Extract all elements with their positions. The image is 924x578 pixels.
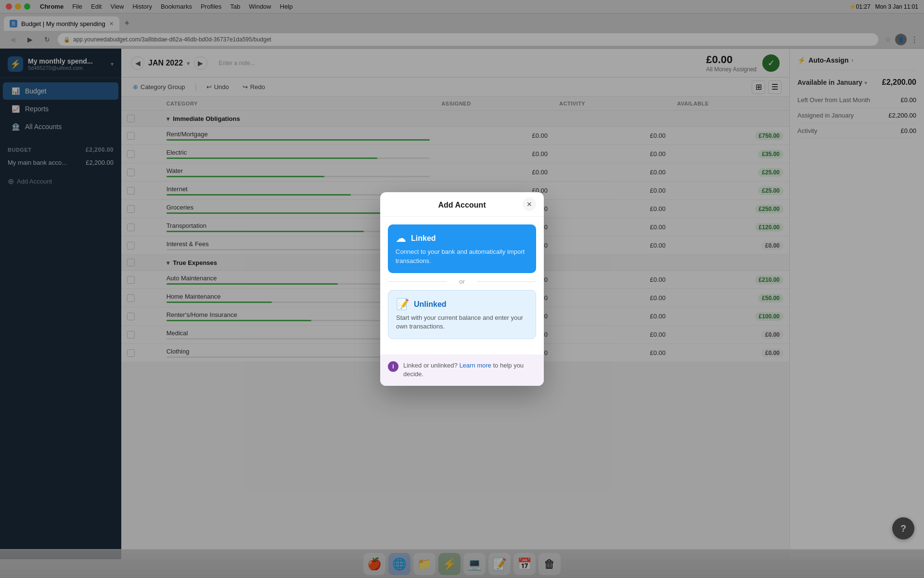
modal-footer-text: Linked or unlinked? Learn more to help y… bbox=[403, 361, 536, 379]
linked-account-option[interactable]: ☁ Linked Connect to your bank and automa… bbox=[388, 224, 536, 273]
unlinked-account-option[interactable]: 📝 Unlinked Start with your current balan… bbox=[388, 290, 536, 339]
info-icon: i bbox=[388, 361, 398, 372]
linked-option-desc: Connect to your bank and automatically i… bbox=[396, 248, 528, 265]
edit-document-icon: 📝 bbox=[396, 298, 409, 311]
linked-option-title: Linked bbox=[411, 234, 436, 243]
unlinked-option-desc: Start with your current balance and ente… bbox=[396, 314, 528, 331]
modal-footer: i Linked or unlinked? Learn more to help… bbox=[380, 355, 544, 385]
modal-or-divider: or bbox=[388, 278, 536, 285]
modal-title: Add Account bbox=[438, 201, 486, 210]
unlinked-option-title: Unlinked bbox=[414, 300, 447, 309]
footer-text-prefix: Linked or unlinked? bbox=[403, 362, 458, 369]
linked-option-header: ☁ Linked bbox=[396, 232, 528, 245]
add-account-modal: Add Account ✕ ☁ Linked Connect to your b… bbox=[380, 192, 544, 385]
cloud-upload-icon: ☁ bbox=[396, 232, 406, 245]
modal-overlay[interactable]: Add Account ✕ ☁ Linked Connect to your b… bbox=[0, 0, 924, 578]
unlinked-option-header: 📝 Unlinked bbox=[396, 298, 528, 311]
modal-header: Add Account ✕ bbox=[380, 192, 544, 217]
learn-more-link[interactable]: Learn more bbox=[459, 362, 491, 369]
modal-close-button[interactable]: ✕ bbox=[523, 197, 536, 211]
modal-body: ☁ Linked Connect to your bank and automa… bbox=[380, 217, 544, 347]
